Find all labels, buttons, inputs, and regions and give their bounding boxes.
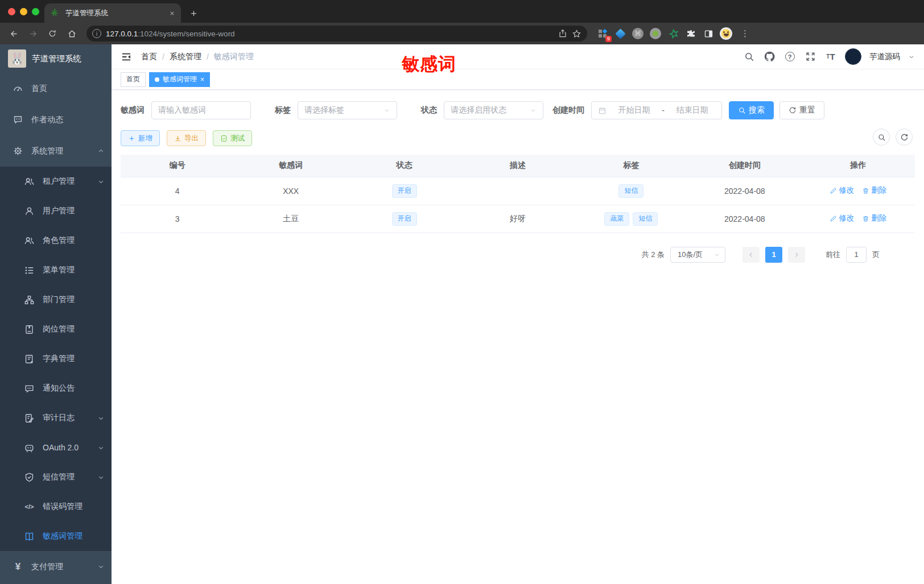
active-dot-icon <box>155 77 159 82</box>
site-info-icon[interactable]: i <box>92 29 101 38</box>
sidebar-item-home[interactable]: 首页 <box>0 73 112 104</box>
extensions-puzzle-icon[interactable] <box>684 27 697 40</box>
status-select[interactable]: 请选择启用状态 <box>444 101 543 119</box>
sidebar-item-label: 角色管理 <box>43 235 105 246</box>
sidebar-item-role[interactable]: 角色管理 <box>0 226 112 255</box>
user-menu-caret-icon[interactable] <box>908 53 915 60</box>
zoom-window-button[interactable] <box>32 8 39 15</box>
sidebar-item-user[interactable]: 用户管理 <box>0 196 112 226</box>
page-size-select[interactable]: 10条/页 <box>670 247 725 263</box>
date-separator: - <box>662 106 665 115</box>
tag-filter-label: 标签 <box>275 105 291 115</box>
roles-icon <box>24 235 35 246</box>
tab-favicon-leaf-icon <box>50 8 61 19</box>
sidebar-item-post[interactable]: 岗位管理 <box>0 314 112 344</box>
edit-link[interactable]: 修改 <box>830 185 854 196</box>
doc-check-icon <box>220 135 228 142</box>
sidebar-item-tenant[interactable]: 租户管理 <box>0 167 112 196</box>
sidebar-item-errorcode[interactable]: </> 错误码管理 <box>0 492 112 521</box>
browser-menu-icon[interactable]: ⋮ <box>741 28 749 39</box>
keyword-input[interactable]: 请输入敏感词 <box>151 101 251 119</box>
export-button[interactable]: 导出 <box>167 130 206 146</box>
status-badge: 开启 <box>392 212 417 226</box>
split-view-icon[interactable] <box>702 27 715 40</box>
extension-grid-icon[interactable]: 9 <box>596 27 609 40</box>
tag-close-icon[interactable]: × <box>200 76 204 83</box>
breadcrumb-home[interactable]: 首页 <box>141 52 157 62</box>
user-avatar[interactable] <box>845 48 861 65</box>
tab-close-icon[interactable] <box>169 10 175 16</box>
sidebar-item-oauth[interactable]: OAuth 2.0 <box>0 433 112 462</box>
search-button[interactable]: 搜索 <box>729 101 774 119</box>
sidebar-item-audit[interactable]: 审计日志 <box>0 403 112 433</box>
bookmark-star-icon[interactable] <box>572 29 581 39</box>
search-icon <box>738 106 746 114</box>
username[interactable]: 芋道源码 <box>869 52 900 62</box>
new-tab-button[interactable] <box>185 5 201 21</box>
sms-shield-icon <box>24 472 35 483</box>
date-range-picker[interactable]: 开始日期 - 结束日期 <box>591 101 722 119</box>
system-submenu: 租户管理 用户管理 角色管理 菜单管理 部门管理 <box>0 167 112 551</box>
plus-icon <box>128 135 135 142</box>
sidebar-item-label: 部门管理 <box>43 295 105 305</box>
table-search-toggle-button[interactable] <box>873 129 890 146</box>
share-icon[interactable] <box>558 29 567 38</box>
breadcrumb-system[interactable]: 系统管理 <box>170 52 201 62</box>
tag-select[interactable]: 请选择标签 <box>298 101 397 119</box>
sidebar-logo[interactable]: 🐰 芋道管理系统 <box>0 44 112 73</box>
current-page[interactable]: 1 <box>765 247 782 263</box>
reset-button-label: 重置 <box>799 105 815 115</box>
status-label: 状态 <box>421 105 437 115</box>
browser-tab[interactable]: 芋道管理系统 <box>44 3 181 23</box>
reset-button[interactable]: 重置 <box>779 101 824 119</box>
tag-sensitive-word[interactable]: 敏感词管理 × <box>149 72 210 87</box>
home-button[interactable] <box>64 26 80 42</box>
address-bar[interactable]: i 127.0.0.1:1024/system/sensitive-word <box>86 26 587 42</box>
notice-icon <box>24 383 35 394</box>
tag-home[interactable]: 首页 <box>121 72 146 87</box>
cell-desc <box>461 177 574 205</box>
sidebar-item-author[interactable]: 作者动态 <box>0 104 112 135</box>
sidebar-item-notice[interactable]: 通知公告 <box>0 374 112 403</box>
extension-command-icon[interactable]: ⌘ <box>632 27 644 40</box>
sidebar-item-system[interactable]: 系统管理 <box>0 135 112 167</box>
forward-button[interactable] <box>25 26 41 42</box>
header-search-icon[interactable] <box>742 51 755 63</box>
chevron-down-icon <box>97 563 105 570</box>
sidebar-item-dict[interactable]: 字典管理 <box>0 344 112 374</box>
extension-star-icon[interactable] <box>667 27 679 40</box>
minimize-window-button[interactable] <box>20 8 27 15</box>
table-refresh-button[interactable] <box>896 129 913 146</box>
extension-record-icon[interactable] <box>649 27 662 40</box>
sidebar-item-dept[interactable]: 部门管理 <box>0 285 112 314</box>
github-icon[interactable] <box>763 51 776 63</box>
sidebar-item-menu[interactable]: 菜单管理 <box>0 255 112 285</box>
pagination-total: 共 2 条 <box>642 250 665 260</box>
refresh-icon <box>789 106 797 114</box>
cell-word: 土豆 <box>234 205 347 233</box>
prev-page-button[interactable] <box>742 247 760 263</box>
sidebar-collapse-icon[interactable] <box>121 51 132 63</box>
table-mini-tools <box>873 129 913 146</box>
sidebar-item-pay[interactable]: ¥ 支付管理 <box>0 551 112 582</box>
add-button[interactable]: 新增 <box>121 130 160 146</box>
goto-page-input[interactable] <box>846 247 867 263</box>
delete-link[interactable]: 删除 <box>862 213 886 223</box>
sidebar-item-sensitive-word[interactable]: 敏感词管理 <box>0 521 112 551</box>
back-button[interactable] <box>6 26 22 42</box>
next-page-button[interactable] <box>788 247 805 263</box>
profile-avatar-icon[interactable] <box>720 27 732 40</box>
font-size-icon[interactable]: TT <box>824 51 837 63</box>
extension-gem-icon[interactable] <box>614 27 626 40</box>
help-icon[interactable]: ? <box>783 51 796 63</box>
delete-link[interactable]: 删除 <box>862 185 886 196</box>
edit-link[interactable]: 修改 <box>830 213 854 223</box>
fullscreen-icon[interactable] <box>804 51 816 63</box>
keyword-placeholder: 请输入敏感词 <box>158 105 206 115</box>
goto-label: 前往 <box>826 250 840 260</box>
reload-button[interactable] <box>44 26 60 42</box>
chevron-up-icon <box>97 147 105 155</box>
sidebar-item-sms[interactable]: 短信管理 <box>0 462 112 492</box>
test-button[interactable]: 测试 <box>213 130 252 146</box>
close-window-button[interactable] <box>8 8 15 15</box>
